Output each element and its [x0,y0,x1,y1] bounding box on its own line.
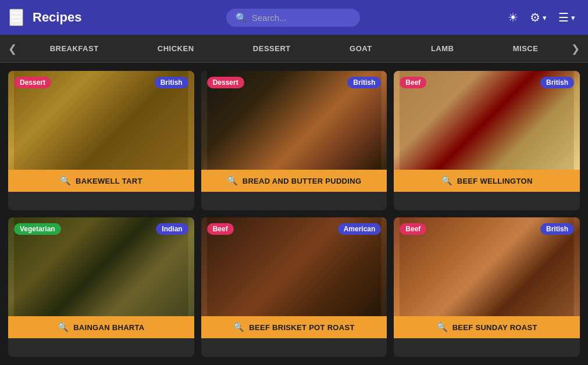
recipe-title-bar-baingan-bharta: 🔍 BAINGAN BHARTA [8,316,194,338]
recipe-card-beef-brisket-pot-roast[interactable]: Beef American 🔍 BEEF BRISKET POT ROAST [201,217,387,357]
badge-category-left-beef-sunday-roast: Beef [400,223,426,235]
recipe-title-bar-bread-butter-pudding: 🔍 BREAD AND BUTTER PUDDING [201,170,387,192]
nav-item-goat[interactable]: GOAT [343,44,379,53]
recipe-search-icon-beef-wellington: 🔍 [441,176,452,186]
nav-item-misce[interactable]: MISCE [506,44,546,53]
category-nav: ❮ BREAKFASTCHICKENDESSERTGOATLAMBMISCE ❯ [0,35,588,63]
recipe-title-bar-bakewell-tart: 🔍 BAKEWELL TART [8,170,194,192]
recipe-title-bar-beef-sunday-roast: 🔍 BEEF SUNDAY ROAST [394,316,580,338]
recipe-card-beef-wellington[interactable]: Beef British 🔍 BEEF WELLINGTON [394,71,580,210]
theme-icon: ☀ [508,10,518,24]
badge-category-right-bread-butter-pudding: British [347,77,381,88]
recipe-title-beef-sunday-roast: BEEF SUNDAY ROAST [452,323,537,332]
nav-item-chicken[interactable]: CHICKEN [151,44,201,53]
nav-items: BREAKFASTCHICKENDESSERTGOATLAMBMISCE [20,44,568,53]
recipe-image-beef-wellington: Beef British [394,71,580,170]
recipe-title-beef-brisket-pot-roast: BEEF BRISKET POT ROAST [249,323,354,332]
recipe-card-baingan-bharta[interactable]: Vegetarian Indian 🔍 BAINGAN BHARTA [8,217,194,357]
badge-category-left-bread-butter-pudding: Dessert [207,77,244,88]
recipe-search-icon-bakewell-tart: 🔍 [60,176,71,186]
recipe-search-icon-baingan-bharta: 🔍 [58,322,69,332]
settings-icon: ⚙ [530,10,540,24]
badge-category-right-beef-sunday-roast: British [540,223,574,235]
filter-icon: ☰ [558,10,569,24]
recipe-image-beef-brisket-pot-roast: Beef American [201,217,387,316]
header-right-controls: ☀ ⚙ ▾ ☰ ▾ [504,8,579,27]
search-icon: 🔍 [236,12,247,23]
recipe-search-icon-beef-brisket-pot-roast: 🔍 [233,322,244,332]
nav-prev-button[interactable]: ❮ [5,42,20,55]
recipe-image-bakewell-tart: Dessert British [8,71,194,170]
recipe-title-bread-butter-pudding: BREAD AND BUTTER PUDDING [243,177,362,185]
badge-category-right-baingan-bharta: Indian [156,223,188,235]
recipe-search-icon-bread-butter-pudding: 🔍 [227,176,238,186]
recipe-title-baingan-bharta: BAINGAN BHARTA [73,323,144,332]
menu-button[interactable]: ☰ [9,9,23,26]
recipe-card-bakewell-tart[interactable]: Dessert British 🔍 BAKEWELL TART [8,71,194,210]
badge-category-left-beef-wellington: Beef [400,77,426,88]
settings-button[interactable]: ⚙ ▾ [526,8,550,27]
filter-chevron-icon: ▾ [571,13,575,22]
recipe-image-beef-sunday-roast: Beef British [394,217,580,316]
app-title: Recipes [33,10,81,25]
badge-category-right-beef-wellington: British [540,77,574,88]
theme-button[interactable]: ☀ [504,8,522,27]
search-bar: 🔍 [226,9,360,27]
badge-category-right-bakewell-tart: British [155,77,188,88]
recipe-image-bread-butter-pudding: Dessert British [201,71,387,170]
nav-next-button[interactable]: ❯ [568,42,583,55]
filter-button[interactable]: ☰ ▾ [555,8,579,27]
badge-category-left-beef-brisket-pot-roast: Beef [207,223,234,235]
nav-item-dessert[interactable]: DESSERT [246,44,298,53]
app-header: ☰ Recipes 🔍 ☀ ⚙ ▾ ☰ ▾ [0,0,588,35]
badge-category-right-beef-brisket-pot-roast: American [338,223,382,235]
recipe-title-beef-wellington: BEEF WELLINGTON [457,177,533,185]
nav-item-lamb[interactable]: LAMB [424,44,461,53]
search-input[interactable] [252,13,351,23]
badge-category-left-bakewell-tart: Dessert [14,77,51,88]
recipe-card-bread-butter-pudding[interactable]: Dessert British 🔍 BREAD AND BUTTER PUDDI… [201,71,387,210]
recipe-card-beef-sunday-roast[interactable]: Beef British 🔍 BEEF SUNDAY ROAST [394,217,580,357]
recipe-title-bar-beef-brisket-pot-roast: 🔍 BEEF BRISKET POT ROAST [201,316,387,338]
settings-chevron-icon: ▾ [543,13,547,22]
recipe-grid: Dessert British 🔍 BAKEWELL TART [0,63,588,365]
badge-category-left-baingan-bharta: Vegetarian [14,223,61,235]
recipe-image-baingan-bharta: Vegetarian Indian [8,217,194,316]
recipe-title-bar-beef-wellington: 🔍 BEEF WELLINGTON [394,170,580,192]
nav-item-breakfast[interactable]: BREAKFAST [43,44,106,53]
recipe-title-bakewell-tart: BAKEWELL TART [76,177,142,185]
recipe-search-icon-beef-sunday-roast: 🔍 [437,322,448,332]
